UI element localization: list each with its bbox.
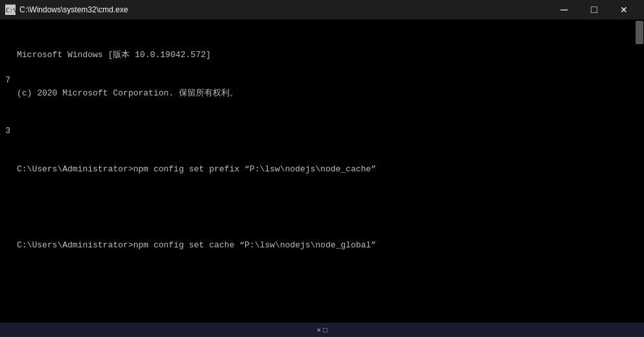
svg-text:C:\: C:\	[6, 7, 16, 14]
cmd-line-1: C:\Users\Administrator>npm config set pr…	[17, 163, 630, 176]
restore-button[interactable]: □	[579, 0, 609, 19]
window-title: C:\Windows\system32\cmd.exe	[19, 5, 128, 14]
window-controls: ─ □ ✕	[549, 0, 639, 19]
output-line-1: Microsoft Windows [版本 10.0.19042.572]	[17, 49, 630, 62]
line-numbers: 7 3	[0, 19, 12, 337]
window: C:\ C:\Windows\system32\cmd.exe ─ □ ✕ 7 …	[0, 0, 644, 337]
output-line-3	[17, 125, 630, 138]
console-output: Microsoft Windows [版本 10.0.19042.572] (c…	[17, 23, 630, 337]
bottom-taskbar-strip: × □	[0, 323, 644, 337]
vertical-scrollbar[interactable]	[635, 19, 644, 337]
minimize-button[interactable]: ─	[549, 0, 579, 19]
cmd-icon: C:\	[5, 5, 16, 15]
console-area[interactable]: 7 3 Microsoft Windows [版本 10.0.19042.572…	[0, 19, 644, 337]
output-line-2: (c) 2020 Microsoft Corporation. 保留所有权利。	[17, 87, 630, 100]
title-bar: C:\ C:\Windows\system32\cmd.exe ─ □ ✕	[0, 0, 644, 19]
output-line-5	[17, 201, 630, 214]
scrollbar-thumb[interactable]	[636, 21, 643, 44]
taskbar-indicator-1: × □	[316, 326, 327, 334]
console-content[interactable]: Microsoft Windows [版本 10.0.19042.572] (c…	[12, 19, 635, 337]
output-line-7	[17, 277, 630, 290]
close-button[interactable]: ✕	[609, 0, 639, 19]
cmd-line-2: C:\Users\Administrator>npm config set ca…	[17, 239, 630, 252]
